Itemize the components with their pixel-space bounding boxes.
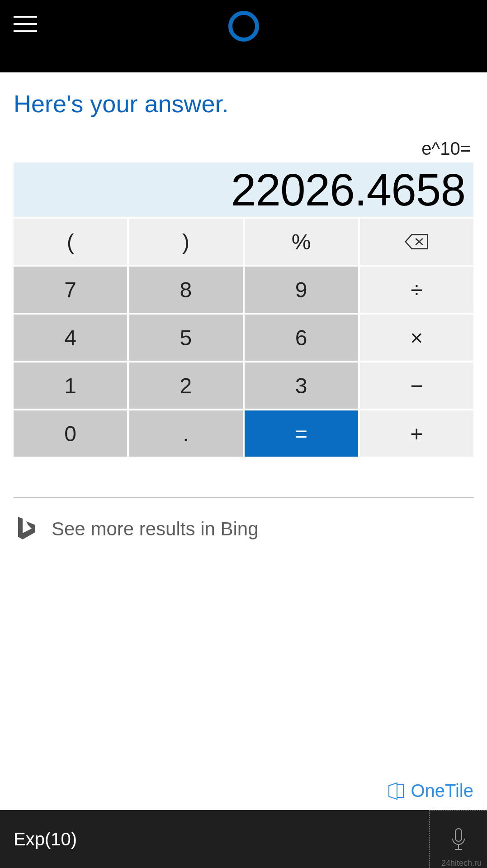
onetile-icon: [386, 781, 406, 801]
key-7[interactable]: 7: [14, 267, 127, 313]
key-multiply[interactable]: ×: [360, 315, 473, 361]
key-6[interactable]: 6: [245, 315, 358, 361]
key-1[interactable]: 1: [14, 362, 127, 409]
search-input[interactable]: Exp(10): [0, 810, 429, 868]
key-open-paren[interactable]: (: [14, 219, 127, 265]
backspace-icon: [405, 234, 428, 250]
bing-results-link[interactable]: See more results in Bing: [14, 515, 473, 543]
watermark-text: 24hitech.ru: [441, 858, 482, 868]
key-equals[interactable]: =: [245, 410, 358, 457]
calculator: e^10= 22026.4658 ( ) % 7 8 9 ÷: [0, 136, 487, 457]
key-9[interactable]: 9: [245, 267, 358, 313]
bing-icon: [14, 515, 38, 543]
svg-rect-0: [455, 829, 462, 841]
key-4[interactable]: 4: [14, 315, 127, 361]
app-header: [0, 0, 487, 72]
mic-icon: [449, 827, 468, 852]
key-minus[interactable]: −: [360, 362, 473, 409]
key-3[interactable]: 3: [245, 362, 358, 409]
key-backspace[interactable]: [360, 219, 473, 265]
key-percent[interactable]: %: [245, 219, 358, 265]
onetile-badge[interactable]: OneTile: [386, 781, 473, 801]
search-bar: Exp(10) 24hitech.ru: [0, 810, 487, 868]
onetile-label: OneTile: [411, 781, 473, 801]
key-decimal[interactable]: .: [129, 410, 242, 457]
expression-display: e^10=: [14, 136, 473, 162]
cortana-icon[interactable]: [228, 11, 259, 42]
key-divide[interactable]: ÷: [360, 267, 473, 313]
menu-button[interactable]: [14, 16, 37, 32]
result-display: 22026.4658: [14, 162, 473, 217]
divider: [14, 497, 473, 498]
content-area: Here's your answer. e^10= 22026.4658 ( )…: [0, 72, 487, 810]
key-close-paren[interactable]: ): [129, 219, 242, 265]
key-plus[interactable]: +: [360, 410, 473, 457]
key-5[interactable]: 5: [129, 315, 242, 361]
answer-heading: Here's your answer.: [0, 72, 487, 136]
key-8[interactable]: 8: [129, 267, 242, 313]
key-0[interactable]: 0: [14, 410, 127, 457]
bing-label: See more results in Bing: [52, 518, 259, 540]
calculator-keypad: ( ) % 7 8 9 ÷ 4 5 6 ×: [14, 219, 473, 457]
key-2[interactable]: 2: [129, 362, 242, 409]
